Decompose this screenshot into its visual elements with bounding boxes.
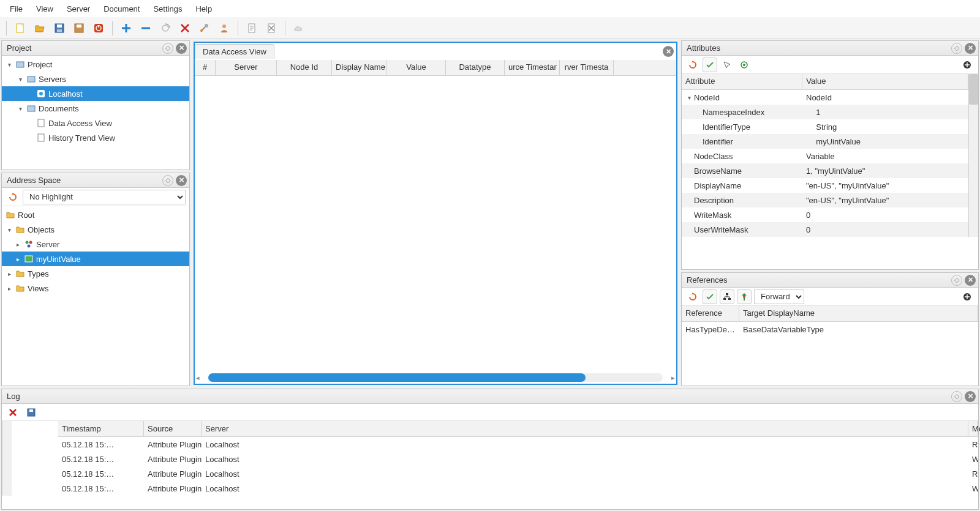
refresh-button[interactable] xyxy=(685,58,700,72)
scroll-left-icon[interactable]: ◂ xyxy=(196,374,200,382)
server-settings-button[interactable] xyxy=(196,20,213,37)
add-attribute-button[interactable] xyxy=(960,58,974,72)
address-space-tree[interactable]: Root ▾Objects ▸Server ▸myUintValue ▸Type… xyxy=(2,206,189,386)
panel-close-button[interactable]: ✕ xyxy=(965,391,976,402)
panel-options-button[interactable]: ◇ xyxy=(951,43,962,54)
log-cell[interactable]: 05.12.18 15:… xyxy=(58,481,144,496)
attributes-table-body[interactable]: ▾NodeIdNodeIdNamespaceIndex1IdentifierTy… xyxy=(682,90,968,237)
menu-help[interactable]: Help xyxy=(189,2,218,16)
th-value[interactable]: Value xyxy=(802,74,968,89)
th-datatype[interactable]: Datatype xyxy=(446,60,505,75)
attribute-row[interactable]: UserWriteMask0 xyxy=(682,222,968,237)
th-server[interactable]: Server xyxy=(202,421,968,437)
save-as-button[interactable] xyxy=(70,20,88,37)
log-cell[interactable]: Attribute Plugin xyxy=(144,452,202,466)
disconnect-server-button[interactable] xyxy=(176,20,194,37)
log-cell[interactable]: 05.12.18 15:… xyxy=(58,437,144,452)
tree-item-types[interactable]: ▸Types xyxy=(2,266,189,281)
attribute-row[interactable]: IdentifierTypeString xyxy=(682,119,968,134)
panel-close-button[interactable]: ✕ xyxy=(965,275,976,286)
attribute-row[interactable]: BrowseName1, "myUintValue" xyxy=(682,163,968,178)
add-reference-button[interactable] xyxy=(960,289,974,304)
refresh-button[interactable] xyxy=(6,190,20,204)
tree-item-htv[interactable]: History Trend View xyxy=(2,130,189,145)
tree-item-objects[interactable]: ▾Objects xyxy=(2,222,189,237)
project-tree[interactable]: ▾Project ▾Servers Localhost ▾Documents D… xyxy=(2,56,189,170)
tree-item-root[interactable]: Root xyxy=(2,207,189,222)
record-button[interactable] xyxy=(737,58,752,72)
th-nodeid[interactable]: Node Id xyxy=(277,60,332,75)
log-cell[interactable]: Localhost xyxy=(202,452,968,466)
log-cell[interactable]: Attribute Plugin xyxy=(144,481,202,496)
attribute-row[interactable]: IdentifiermyUintValue xyxy=(682,134,968,149)
panel-options-button[interactable]: ◇ xyxy=(951,391,962,402)
attribute-row[interactable]: ▾NodeIdNodeId xyxy=(682,90,968,105)
dav-hscrollbar[interactable]: ◂ ▸ xyxy=(195,371,676,384)
th-value[interactable]: Value xyxy=(387,60,446,75)
tree-item-views[interactable]: ▸Views xyxy=(2,281,189,296)
th-number[interactable]: # xyxy=(195,60,216,75)
clear-log-button[interactable] xyxy=(6,405,20,420)
th-target[interactable]: Target DisplayName xyxy=(739,306,978,321)
log-cell[interactable]: Attribute Plugin xyxy=(144,437,202,452)
pick-button[interactable] xyxy=(720,58,734,72)
connect-server-button[interactable] xyxy=(157,20,174,37)
attribute-row[interactable]: NamespaceIndex1 xyxy=(682,105,968,119)
log-cell[interactable]: 05.12.18 15:… xyxy=(58,466,144,481)
menu-settings[interactable]: Settings xyxy=(147,2,188,16)
direction-button[interactable] xyxy=(737,289,752,304)
attribute-row[interactable]: Description"en-US", "myUintValue" xyxy=(682,193,968,207)
log-cell[interactable]: Read attributes of node 'NS1|String|myUi… xyxy=(968,466,978,481)
th-source[interactable]: Source xyxy=(144,421,202,437)
log-cell[interactable]: Write to node 'NS1|String|myUintValue' s… xyxy=(968,481,978,496)
attribute-row[interactable]: DisplayName"en-US", "myUintValue" xyxy=(682,178,968,193)
log-cell[interactable]: Localhost xyxy=(202,481,968,496)
open-file-button[interactable] xyxy=(31,20,48,37)
log-cell[interactable]: Read attributes of node 'NS1|String|myUi… xyxy=(968,437,978,452)
save-button[interactable] xyxy=(51,20,68,37)
panel-options-button[interactable]: ◇ xyxy=(951,275,962,286)
panel-close-button[interactable]: ✕ xyxy=(176,175,187,186)
th-displayname[interactable]: Display Name xyxy=(332,60,387,75)
highlight-filter-select[interactable]: No Highlight xyxy=(23,190,186,204)
log-cell[interactable]: Write to node 'NS1|String|myUintValue' s… xyxy=(968,452,978,466)
panel-close-button[interactable]: ✕ xyxy=(176,43,187,54)
panel-close-button[interactable]: ✕ xyxy=(663,46,674,57)
tree-item-localhost[interactable]: Localhost xyxy=(2,86,189,101)
tree-item-project[interactable]: ▾Project xyxy=(2,57,189,72)
delete-document-button[interactable] xyxy=(263,20,280,37)
log-cell[interactable]: 05.12.18 15:… xyxy=(58,452,144,466)
close-project-button[interactable] xyxy=(90,20,107,37)
th-timestamp[interactable]: Timestamp xyxy=(58,421,144,437)
tree-item-servers[interactable]: ▾Servers xyxy=(2,72,189,86)
dav-table-body[interactable] xyxy=(195,76,676,371)
save-log-button[interactable] xyxy=(24,405,39,420)
tree-item-myuintvalue[interactable]: ▸myUintValue xyxy=(2,252,189,266)
add-server-button[interactable] xyxy=(118,20,135,37)
menu-server[interactable]: Server xyxy=(61,2,96,16)
th-sourcetimestamp[interactable]: urce Timestar xyxy=(505,60,560,75)
th-message[interactable]: Message xyxy=(968,421,978,437)
th-reference[interactable]: Reference xyxy=(682,306,739,321)
user-settings-button[interactable] xyxy=(216,20,233,37)
toggle-check-button[interactable] xyxy=(703,58,717,72)
tree-item-documents[interactable]: ▾Documents xyxy=(2,101,189,116)
menu-document[interactable]: Document xyxy=(97,2,146,16)
attributes-vscrollbar[interactable] xyxy=(968,74,978,237)
log-cell[interactable]: Attribute Plugin xyxy=(144,466,202,481)
document-button[interactable] xyxy=(243,20,260,37)
panel-options-button[interactable]: ◇ xyxy=(162,175,173,186)
log-cell[interactable]: Localhost xyxy=(202,466,968,481)
scroll-right-icon[interactable]: ▸ xyxy=(671,374,675,382)
tree-item-dav[interactable]: Data Access View xyxy=(2,116,189,130)
toggle-check-button[interactable] xyxy=(703,289,717,304)
new-file-button[interactable] xyxy=(12,20,29,37)
cloud-button[interactable] xyxy=(290,20,307,37)
direction-select[interactable]: Forward xyxy=(754,289,804,304)
log-vscrollbar[interactable] xyxy=(2,421,12,496)
attribute-row[interactable]: WriteMask0 xyxy=(682,207,968,222)
menu-file[interactable]: File xyxy=(4,2,29,16)
references-table-body[interactable]: HasTypeDe… BaseDataVariableType xyxy=(682,322,978,386)
th-attribute[interactable]: Attribute xyxy=(682,74,802,89)
attribute-row[interactable]: NodeClassVariable xyxy=(682,149,968,163)
